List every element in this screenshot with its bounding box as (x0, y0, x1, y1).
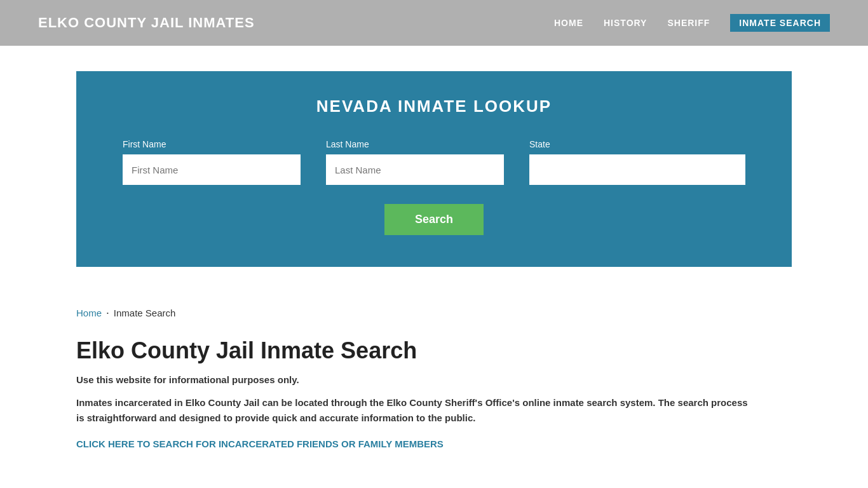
subtitle: Use this website for informational purpo… (76, 374, 792, 385)
nav-sheriff[interactable]: SHERIFF (667, 18, 710, 28)
search-button[interactable]: Search (384, 204, 484, 235)
nav-home[interactable]: HOME (554, 18, 583, 28)
description: Inmates incarcerated in Elko County Jail… (76, 395, 750, 426)
site-title: ELKO COUNTY JAIL INMATES (38, 15, 255, 31)
first-name-input[interactable] (123, 154, 301, 185)
page-title: Elko County Jail Inmate Search (76, 337, 792, 364)
nav-inmate-search[interactable]: INMATE SEARCH (730, 14, 830, 32)
breadcrumb-separator: • (107, 310, 109, 316)
last-name-input[interactable] (326, 154, 504, 185)
site-header: ELKO COUNTY JAIL INMATES HOME HISTORY SH… (0, 0, 868, 46)
state-label: State (529, 139, 745, 149)
nav-history[interactable]: HISTORY (604, 18, 647, 28)
cta-link[interactable]: CLICK HERE to Search for Incarcerated Fr… (76, 438, 444, 449)
main-nav: HOME HISTORY SHERIFF INMATE SEARCH (554, 14, 830, 32)
first-name-field: First Name (123, 139, 301, 185)
state-input[interactable] (529, 154, 745, 185)
last-name-label: Last Name (326, 139, 504, 149)
breadcrumb-home[interactable]: Home (76, 308, 102, 318)
last-name-field: Last Name (326, 139, 504, 185)
banner-title: NEVADA INMATE LOOKUP (114, 97, 754, 116)
state-field: State (529, 139, 745, 185)
breadcrumb-current: Inmate Search (114, 308, 176, 318)
search-banner: NEVADA INMATE LOOKUP First Name Last Nam… (76, 71, 792, 267)
breadcrumb: Home • Inmate Search (0, 292, 868, 318)
main-content: Elko County Jail Inmate Search Use this … (0, 318, 868, 469)
search-form-row: First Name Last Name State (114, 139, 754, 185)
first-name-label: First Name (123, 139, 301, 149)
